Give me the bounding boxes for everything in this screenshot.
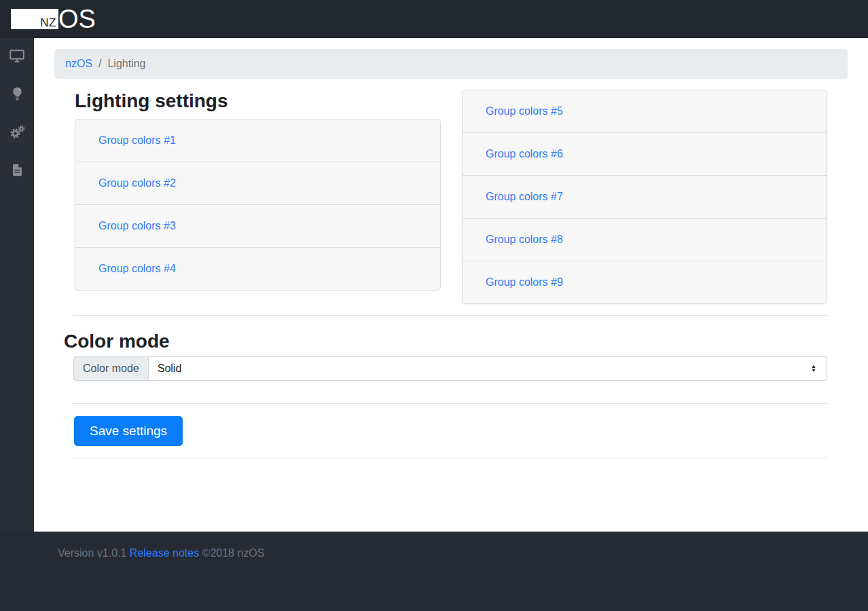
sidebar	[0, 38, 34, 532]
group-colors-1-link[interactable]: Group colors #1	[98, 134, 176, 147]
brand-nz-text: NZ	[40, 17, 56, 29]
group-colors-9-link[interactable]: Group colors #9	[486, 276, 563, 289]
footer-version-text: Version v1.0.1	[58, 547, 126, 559]
color-mode-title: Color mode	[64, 330, 848, 353]
lightbulb-icon	[12, 87, 22, 103]
brand-os-text: OS	[58, 9, 96, 29]
groups-column-left: Lighting settings Group colors #1 Group …	[54, 90, 451, 304]
group-colors-8-header: Group colors #8	[462, 218, 827, 261]
brand-logo[interactable]: NZ OS	[11, 9, 96, 29]
document-icon	[12, 164, 22, 179]
color-mode-select[interactable]: Solid ▲▼	[149, 356, 827, 381]
group-colors-3-header: Group colors #3	[75, 204, 441, 248]
color-mode-selected-value: Solid	[158, 363, 182, 375]
sidebar-item-displays[interactable]	[0, 38, 34, 76]
sidebar-item-logs[interactable]	[0, 152, 34, 190]
desktop-icon	[10, 50, 24, 65]
sidebar-item-settings[interactable]	[0, 114, 34, 152]
page-footer: Version v1.0.1 Release notes ©2018 nzOS	[0, 532, 868, 611]
groups-row: Lighting settings Group colors #1 Group …	[54, 90, 848, 304]
group-colors-2-header: Group colors #2	[75, 162, 441, 205]
group-colors-6-link[interactable]: Group colors #6	[486, 148, 563, 160]
breadcrumb-current: Lighting	[107, 58, 145, 70]
lighting-settings-title: Lighting settings	[75, 90, 441, 113]
group-colors-7-link[interactable]: Group colors #7	[486, 191, 563, 203]
group-colors-2-link[interactable]: Group colors #2	[98, 177, 176, 189]
section-divider-top	[73, 315, 827, 316]
breadcrumb: nzOS / Lighting	[54, 49, 848, 79]
sidebar-item-lighting[interactable]	[0, 76, 34, 114]
group-colors-3-link[interactable]: Group colors #3	[98, 220, 176, 232]
select-arrows-icon: ▲▼	[811, 365, 816, 373]
section-divider-middle	[73, 403, 827, 404]
group-colors-7-header: Group colors #7	[462, 175, 827, 219]
group-colors-accordion-right: Group colors #5 Group colors #6 Group co…	[462, 90, 827, 304]
group-colors-accordion-left: Group colors #1 Group colors #2 Group co…	[75, 119, 441, 291]
brand-logo-box: NZ	[11, 9, 58, 29]
group-colors-1-header: Group colors #1	[75, 119, 441, 162]
group-colors-9-header: Group colors #9	[462, 261, 827, 304]
top-navbar: NZ OS	[0, 0, 868, 38]
breadcrumb-home-link[interactable]: nzOS	[65, 58, 92, 70]
group-colors-5-link[interactable]: Group colors #5	[486, 105, 563, 117]
group-colors-8-link[interactable]: Group colors #8	[486, 234, 563, 246]
page-layout: nzOS / Lighting Lighting settings Group …	[0, 38, 868, 532]
group-colors-5-header: Group colors #5	[462, 90, 827, 133]
gears-icon	[10, 125, 25, 141]
section-divider-bottom	[73, 458, 827, 458]
groups-column-right: Group colors #5 Group colors #6 Group co…	[451, 90, 848, 304]
color-mode-label: Color mode	[73, 356, 149, 381]
group-colors-6-header: Group colors #6	[462, 132, 827, 176]
main-content: nzOS / Lighting Lighting settings Group …	[34, 38, 868, 532]
group-colors-4-link[interactable]: Group colors #4	[98, 263, 176, 275]
breadcrumb-separator: /	[98, 58, 101, 70]
footer-copyright-text: ©2018 nzOS	[202, 547, 265, 559]
save-settings-button[interactable]: Save settings	[74, 416, 183, 446]
group-colors-4-header: Group colors #4	[75, 247, 441, 291]
release-notes-link[interactable]: Release notes	[130, 547, 199, 559]
color-mode-input-group: Color mode Solid ▲▼	[73, 356, 827, 381]
